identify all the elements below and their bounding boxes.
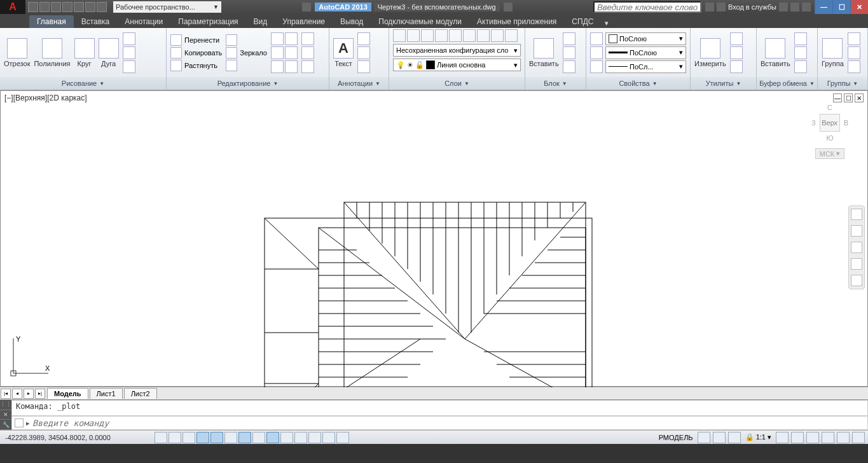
status-hardware-icon[interactable] bbox=[822, 432, 834, 443]
rectangle-icon[interactable] bbox=[123, 32, 135, 45]
status-grid-icon[interactable] bbox=[698, 432, 710, 443]
fillet-icon[interactable] bbox=[271, 46, 284, 59]
close-button[interactable]: ✕ bbox=[850, 0, 868, 14]
select-icon[interactable] bbox=[730, 32, 743, 45]
tab-output[interactable]: Вывод bbox=[333, 15, 371, 28]
app-menu-button[interactable]: A bbox=[0, 0, 25, 14]
copy-clip-icon[interactable] bbox=[794, 46, 807, 59]
props-icon[interactable] bbox=[590, 60, 603, 73]
panel-title-props[interactable]: Свойства bbox=[619, 79, 649, 87]
command-prompt-icon[interactable] bbox=[15, 418, 24, 427]
copy-button[interactable]: Копировать bbox=[170, 47, 222, 59]
tab-spds[interactable]: СПДС bbox=[564, 15, 601, 28]
doc-prev-icon[interactable] bbox=[302, 3, 311, 11]
leader-icon[interactable] bbox=[357, 46, 370, 59]
id-icon[interactable] bbox=[730, 60, 743, 73]
otrack-toggle[interactable] bbox=[238, 432, 251, 443]
annotation-scale[interactable]: 🔒 1:1 ▾ bbox=[743, 433, 774, 441]
status-isolate-icon[interactable] bbox=[837, 432, 850, 443]
doc-next-icon[interactable] bbox=[504, 3, 513, 11]
layer-off-icon[interactable] bbox=[435, 29, 448, 42]
cut-icon[interactable] bbox=[794, 32, 807, 45]
lineweight-combo[interactable]: ПоСлою▾ bbox=[605, 46, 686, 59]
scale-button[interactable] bbox=[226, 60, 267, 71]
tab-home[interactable]: Главная bbox=[29, 15, 74, 28]
layout-last-icon[interactable]: ▸| bbox=[35, 389, 45, 399]
offset-icon[interactable] bbox=[301, 32, 314, 45]
panel-title-annot[interactable]: Аннотации bbox=[338, 79, 373, 87]
ducs-toggle[interactable] bbox=[252, 432, 265, 443]
matchprop-icon[interactable] bbox=[590, 32, 603, 45]
layout-next-icon[interactable]: ▸ bbox=[24, 389, 34, 399]
viewcube[interactable]: С З Верх В Ю МСК ▾ bbox=[811, 104, 848, 159]
layer-lock-icon[interactable] bbox=[421, 29, 434, 42]
block-create-icon[interactable] bbox=[563, 32, 575, 45]
text-button[interactable]: AТекст bbox=[333, 38, 354, 67]
qat-undo-icon[interactable] bbox=[85, 2, 95, 12]
workspace-combo[interactable]: Рабочее пространство... ▼ bbox=[113, 1, 221, 13]
panel-title-modify[interactable]: Редактирование bbox=[217, 79, 271, 87]
extend-icon[interactable] bbox=[285, 32, 298, 45]
layer-prev-icon[interactable] bbox=[477, 29, 490, 42]
layer-current-combo[interactable]: 💡☀🔓Линия основна ▾ bbox=[393, 59, 521, 71]
help-icon[interactable] bbox=[802, 3, 811, 11]
line-button[interactable]: Отрезок bbox=[4, 38, 30, 67]
measure-button[interactable]: Измерить bbox=[694, 38, 726, 67]
mirror-button[interactable]: Зеркало bbox=[226, 47, 267, 59]
quickcalc-icon[interactable] bbox=[730, 46, 743, 59]
tab-parametric[interactable]: Параметризация bbox=[170, 15, 245, 28]
group-edit-icon[interactable] bbox=[848, 46, 860, 59]
3dosnap-toggle[interactable] bbox=[224, 432, 237, 443]
layout-tab-sheet1[interactable]: Лист1 bbox=[90, 388, 123, 399]
minimize-button[interactable]: — bbox=[815, 0, 832, 14]
status-annovis-icon[interactable] bbox=[776, 432, 789, 443]
nav-showmotion-icon[interactable] bbox=[851, 275, 862, 286]
viewcube-wcs[interactable]: МСК ▾ bbox=[815, 148, 845, 159]
tab-plugins[interactable]: Подключаемые модули bbox=[371, 15, 469, 28]
list-icon[interactable] bbox=[590, 46, 603, 59]
layout-first-icon[interactable]: |◂ bbox=[1, 389, 11, 399]
viewcube-south[interactable]: Ю bbox=[811, 134, 848, 142]
user-icon[interactable] bbox=[717, 3, 726, 11]
tab-active-apps[interactable]: Активные приложения bbox=[469, 15, 564, 28]
tab-annotate[interactable]: Аннотации bbox=[117, 15, 170, 28]
sc-toggle[interactable] bbox=[322, 432, 335, 443]
layer-match-icon[interactable] bbox=[463, 29, 476, 42]
polyline-button[interactable]: Полилиния bbox=[34, 38, 70, 67]
cloud-icon[interactable] bbox=[790, 3, 799, 11]
status-lock-icon[interactable] bbox=[806, 432, 819, 443]
viewcube-east[interactable]: В bbox=[844, 119, 848, 127]
linetype-combo[interactable]: ПоСл...▾ bbox=[605, 60, 686, 73]
exchange-icon[interactable] bbox=[705, 3, 714, 11]
viewcube-west[interactable]: З bbox=[811, 119, 816, 127]
paste-spec-icon[interactable] bbox=[794, 60, 807, 73]
panel-title-utils[interactable]: Утилиты bbox=[706, 79, 734, 87]
drawing-viewport[interactable]: [−][Верхняя][2D каркас] — ☐ ✕ bbox=[0, 90, 868, 387]
qp-toggle[interactable] bbox=[308, 432, 321, 443]
panel-title-clip[interactable]: Буфер обмена bbox=[759, 79, 807, 87]
dyn-toggle[interactable] bbox=[266, 432, 279, 443]
nav-fullnav-icon[interactable] bbox=[851, 209, 862, 220]
am-toggle[interactable] bbox=[336, 432, 349, 443]
block-attr-icon[interactable] bbox=[563, 60, 575, 73]
nav-pan-icon[interactable] bbox=[851, 225, 862, 237]
paste-button[interactable]: Вставить bbox=[761, 38, 790, 67]
ellipse-icon[interactable] bbox=[123, 46, 135, 59]
table-icon[interactable] bbox=[357, 60, 370, 73]
layer-prop-icon[interactable] bbox=[393, 29, 406, 42]
status-annoscale-icon[interactable] bbox=[728, 432, 741, 443]
layer-iso-icon[interactable] bbox=[449, 29, 462, 42]
qat-saveas-icon[interactable] bbox=[62, 2, 72, 12]
lwt-toggle[interactable] bbox=[280, 432, 293, 443]
break-icon[interactable] bbox=[301, 60, 314, 73]
layer-freeze-icon[interactable] bbox=[407, 29, 420, 42]
array-icon[interactable] bbox=[271, 60, 284, 73]
tab-manage[interactable]: Управление bbox=[275, 15, 333, 28]
snap-toggle[interactable] bbox=[155, 432, 167, 443]
layout-tab-sheet2[interactable]: Лист2 bbox=[124, 388, 157, 399]
group-select-icon[interactable] bbox=[848, 60, 860, 73]
qat-redo-icon[interactable] bbox=[97, 2, 107, 12]
layer-state-combo[interactable]: Несохраненная конфигурация сло▾ bbox=[393, 44, 521, 57]
nav-zoom-icon[interactable] bbox=[851, 242, 862, 253]
move-button[interactable]: Перенести bbox=[170, 34, 222, 46]
